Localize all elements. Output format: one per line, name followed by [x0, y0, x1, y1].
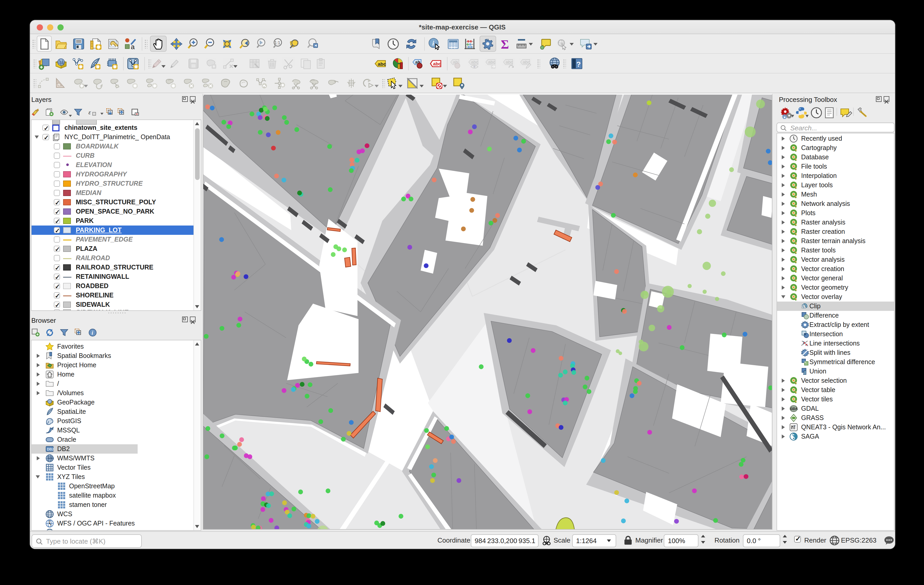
- svg-text:a: a: [130, 43, 135, 50]
- svg-text:DB2: DB2: [46, 447, 54, 451]
- svg-text:ε: ε: [88, 109, 91, 115]
- svg-text:WMS: WMS: [47, 457, 54, 460]
- svg-text:i: i: [432, 40, 434, 47]
- svg-text:abc: abc: [433, 61, 441, 66]
- svg-text:Σ: Σ: [500, 38, 508, 50]
- svg-text:GDAL: GDAL: [790, 407, 797, 411]
- svg-text:1:1: 1:1: [274, 41, 280, 45]
- svg-text:NET: NET: [791, 425, 796, 427]
- svg-text:abc: abc: [471, 60, 478, 65]
- svg-text:abc: abc: [378, 61, 386, 67]
- svg-text:?: ?: [576, 60, 581, 68]
- svg-text:abc: abc: [505, 60, 513, 65]
- svg-text:abc: abc: [488, 60, 495, 65]
- svg-text:abc: abc: [523, 60, 530, 65]
- svg-text:i: i: [91, 330, 93, 336]
